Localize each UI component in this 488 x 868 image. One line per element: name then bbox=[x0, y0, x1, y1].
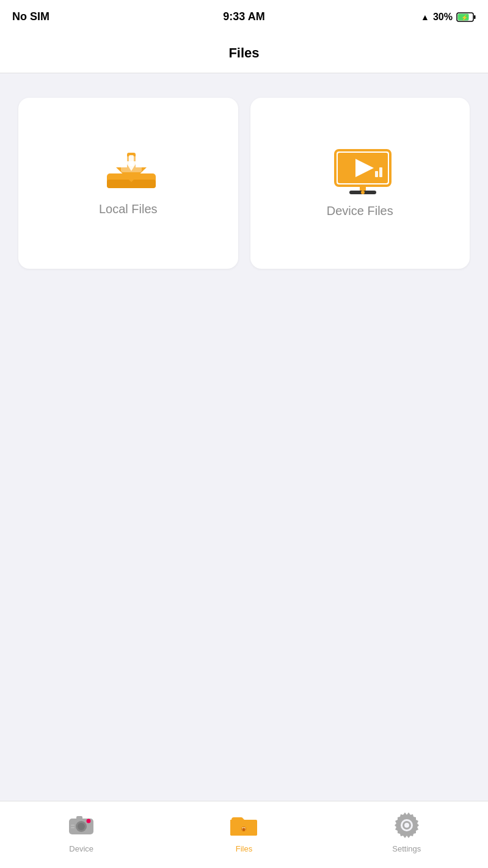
svg-point-23 bbox=[87, 819, 91, 823]
svg-point-32 bbox=[404, 823, 409, 828]
nav-bar: Files bbox=[0, 34, 488, 73]
svg-rect-3 bbox=[474, 15, 476, 19]
local-files-icon bbox=[104, 150, 153, 190]
tab-files[interactable]: Files bbox=[162, 809, 325, 853]
svg-rect-22 bbox=[76, 816, 82, 820]
battery-percent-label: 30% bbox=[433, 12, 453, 23]
svg-text:⚡: ⚡ bbox=[461, 14, 468, 21]
time-label: 9:33 AM bbox=[223, 10, 264, 23]
files-tab-icon bbox=[228, 809, 260, 841]
tab-bar: Device Files bbox=[0, 801, 488, 868]
tab-files-label: Files bbox=[236, 844, 252, 853]
tab-settings[interactable]: Settings bbox=[326, 809, 488, 853]
svg-rect-10 bbox=[129, 155, 134, 166]
cards-row: Local Files bbox=[18, 98, 470, 269]
svg-rect-14 bbox=[375, 171, 378, 177]
device-files-card[interactable]: Device Files bbox=[250, 98, 470, 269]
location-icon: ▲ bbox=[421, 12, 429, 22]
svg-point-29 bbox=[242, 828, 246, 831]
status-bar: No SIM 9:33 AM ▲ 30% ⚡ bbox=[0, 0, 488, 34]
settings-tab-icon bbox=[391, 809, 423, 841]
status-right-group: ▲ 30% ⚡ bbox=[421, 12, 476, 23]
main-content: Local Files bbox=[0, 73, 488, 293]
battery-icon: ⚡ bbox=[456, 12, 476, 22]
svg-rect-24 bbox=[71, 825, 75, 826]
tab-device-label: Device bbox=[69, 844, 93, 853]
device-files-icon bbox=[332, 149, 387, 192]
svg-rect-15 bbox=[379, 167, 382, 177]
no-sim-label: No SIM bbox=[12, 10, 49, 23]
svg-point-21 bbox=[78, 823, 85, 830]
svg-rect-25 bbox=[71, 827, 75, 828]
local-files-label: Local Files bbox=[99, 202, 158, 216]
local-files-card[interactable]: Local Files bbox=[18, 98, 238, 269]
tab-device[interactable]: Device bbox=[0, 809, 162, 853]
device-tab-icon bbox=[65, 809, 97, 841]
svg-point-18 bbox=[361, 191, 365, 194]
page-title: Files bbox=[228, 45, 259, 61]
device-files-label: Device Files bbox=[327, 204, 393, 218]
tab-settings-label: Settings bbox=[392, 844, 421, 853]
